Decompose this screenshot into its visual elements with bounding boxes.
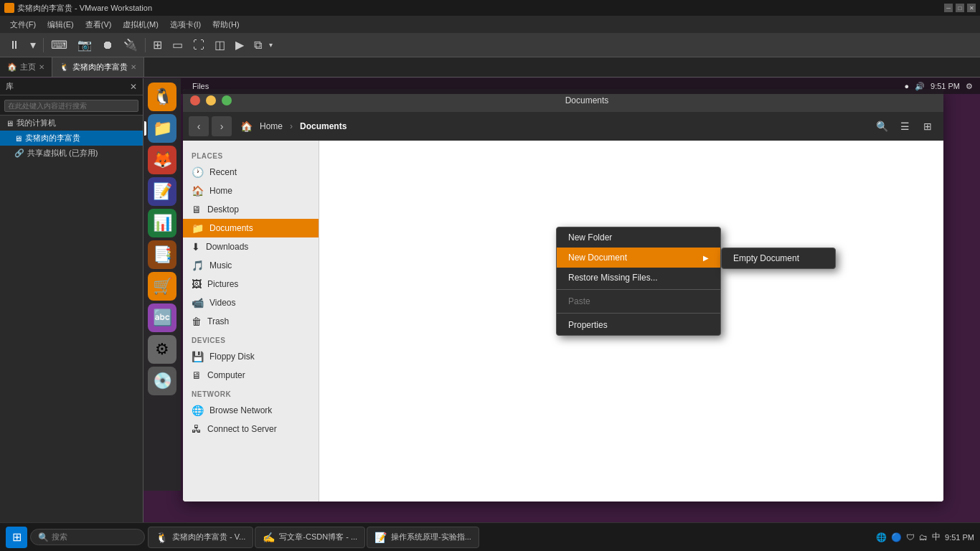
minimize-button[interactable]: ─	[944, 4, 953, 12]
close-button[interactable]: ✕	[967, 4, 976, 12]
launcher-firefox[interactable]: 🦊	[148, 146, 176, 174]
taskbar-app-csdn[interactable]: ✍ 写文章-CSDN博客 - ...	[255, 527, 365, 548]
launcher-settings[interactable]: ⚙	[148, 335, 176, 364]
sidebar-videos[interactable]: 📹 Videos	[183, 293, 319, 312]
sidebar-computer[interactable]: 🖥 Computer	[183, 366, 319, 385]
tab-home-label: 主页	[20, 62, 36, 72]
sidebar-downloads[interactable]: ⬇ Downloads	[183, 237, 319, 256]
search-button[interactable]: 🔍	[872, 116, 892, 136]
launcher-font[interactable]: 🔤	[148, 303, 176, 332]
launcher-calc[interactable]: 📊	[148, 209, 176, 237]
launcher-store[interactable]: 🛒	[148, 272, 176, 301]
menu-tabs[interactable]: 选项卡(I)	[164, 18, 207, 32]
topbar-volume-icon[interactable]: 🔊	[915, 82, 925, 91]
topbar-gear-icon[interactable]: ⚙	[966, 82, 973, 91]
fit-window-button[interactable]: ⊞	[150, 37, 165, 53]
fullscreen-button[interactable]: ⛶	[190, 37, 207, 53]
downloads-label: Downloads	[206, 242, 248, 252]
dropdown-arrow[interactable]: ▾	[27, 37, 39, 53]
grid-view-button[interactable]: ⊞	[918, 116, 938, 136]
power-button[interactable]: ⏸	[6, 37, 23, 53]
new-folder-label: New Folder	[568, 232, 612, 242]
tray-lang[interactable]: 中	[932, 531, 941, 543]
back-button[interactable]: ‹	[189, 116, 209, 136]
menu-view[interactable]: 查看(V)	[80, 18, 118, 32]
submenu-empty-document[interactable]: Empty Document	[722, 248, 835, 268]
launcher-files[interactable]: 📁	[148, 114, 176, 143]
tray-folder-icon[interactable]: 🗂	[919, 532, 928, 542]
dropdown-arrow-2[interactable]: ▾	[269, 41, 273, 49]
launcher-impress[interactable]: 📑	[148, 240, 176, 269]
launcher-ubuntu[interactable]: 🐧	[148, 83, 176, 111]
topbar-files-menu[interactable]: Files	[188, 81, 213, 91]
breadcrumb-home[interactable]: Home	[255, 120, 287, 133]
ctx-properties[interactable]: Properties	[557, 315, 720, 335]
topbar-network-icon[interactable]: ●	[904, 82, 909, 90]
taskbar-app-doc[interactable]: 📝 操作系统原理-实验指...	[367, 527, 479, 548]
launcher-disk[interactable]: 💿	[148, 367, 176, 395]
sidebar-browse-network[interactable]: 🌐 Browse Network	[183, 401, 319, 420]
tray-network-icon[interactable]: 🌐	[876, 532, 887, 542]
sidebar-connect-server[interactable]: 🖧 Connect to Server	[183, 420, 319, 438]
library-close-button[interactable]: ✕	[130, 82, 137, 92]
taskbar-search[interactable]: 🔍 搜索	[30, 529, 145, 545]
tray-time[interactable]: 9:51 PM	[945, 533, 974, 542]
vmware-menubar: 文件(F) 编辑(E) 查看(V) 虚拟机(M) 选项卡(I) 帮助(H)	[0, 16, 980, 33]
start-button[interactable]: ⊞	[6, 527, 27, 548]
videos-label: Videos	[209, 298, 235, 308]
tray-shield-icon[interactable]: 🛡	[906, 532, 915, 542]
topbar-time[interactable]: 9:51 PM	[930, 82, 960, 90]
tab-vm[interactable]: 🐧 卖猪肉的李富贵 ✕	[52, 57, 144, 77]
settings2-button[interactable]: ⧉	[251, 37, 265, 53]
launcher-writer[interactable]: 📝	[148, 177, 176, 206]
vm-main-area: Documents ‹ › 🏠 Home › Documents 🔍 ☰ ⊞ P…	[143, 78, 980, 522]
menu-file[interactable]: 文件(F)	[4, 18, 42, 32]
library-item-vm[interactable]: 🖥 卖猪肉的李富贵	[0, 131, 143, 146]
sidebar-home[interactable]: 🏠 Home	[183, 182, 319, 200]
record-button[interactable]: ⏺	[99, 37, 116, 53]
home-breadcrumb-icon: 🏠	[240, 121, 253, 132]
sidebar-desktop[interactable]: 🖥 Desktop	[183, 200, 319, 219]
forward-button[interactable]: ›	[212, 116, 232, 136]
sidebar-pictures[interactable]: 🖼 Pictures	[183, 275, 319, 293]
sidebar-floppy[interactable]: 💾 Floppy Disk	[183, 347, 319, 366]
tab-home[interactable]: 🏠 主页 ✕	[0, 57, 52, 77]
breadcrumb-current[interactable]: Documents	[296, 120, 351, 133]
desktop-label: Desktop	[207, 204, 239, 215]
files-maximize-button[interactable]	[222, 95, 232, 105]
usb-button[interactable]: 🔌	[121, 37, 141, 53]
maximize-button[interactable]: □	[956, 4, 964, 12]
menu-edit[interactable]: 编辑(E)	[42, 18, 80, 32]
fit-guest-button[interactable]: ▭	[169, 37, 186, 53]
sidebar-recent[interactable]: 🕐 Recent	[183, 163, 319, 182]
tray-blue-icon[interactable]: 🔵	[891, 532, 902, 542]
files-close-button[interactable]	[190, 95, 200, 105]
console-button[interactable]: ▶	[232, 37, 247, 53]
ctx-new-document[interactable]: New Document ▶ Empty Document	[557, 248, 720, 268]
tab-vm-close[interactable]: ✕	[131, 63, 136, 71]
paste-label: Paste	[568, 296, 590, 306]
send-keys-button[interactable]: ⌨	[48, 37, 70, 53]
places-section-title: Places	[183, 146, 319, 163]
ctx-new-folder[interactable]: New Folder	[557, 227, 720, 248]
library-item-mycomputer[interactable]: 🖥 我的计算机	[0, 116, 143, 131]
library-item-shared[interactable]: 🔗 共享虚拟机 (已弃用)	[0, 146, 143, 161]
properties-label: Properties	[568, 320, 608, 330]
taskbar-app-vmware[interactable]: 🐧 卖猪肉的李富贵 - V...	[148, 527, 253, 548]
library-search-input[interactable]	[4, 100, 138, 112]
ctx-restore-missing[interactable]: Restore Missing Files...	[557, 268, 720, 288]
menu-help[interactable]: 帮助(H)	[207, 18, 245, 32]
taskbar: ⊞ 🔍 搜索 🐧 卖猪肉的李富贵 - V... ✍ 写文章-CSDN博客 - .…	[0, 522, 980, 551]
files-content-area[interactable]: New Folder New Document ▶ Empty Document	[319, 141, 943, 501]
view-menu-button[interactable]: ☰	[895, 116, 915, 136]
sidebar-trash[interactable]: 🗑 Trash	[183, 312, 319, 331]
vm-icon: 🖥	[14, 134, 22, 143]
files-minimize-button[interactable]	[206, 95, 216, 105]
sidebar-music[interactable]: 🎵 Music	[183, 256, 319, 275]
devices-section-title: Devices	[183, 331, 319, 347]
snapshot-button[interactable]: 📷	[75, 37, 95, 53]
sidebar-documents[interactable]: 📁 Documents	[183, 219, 319, 237]
menu-vm[interactable]: 虚拟机(M)	[117, 18, 164, 32]
tab-home-close[interactable]: ✕	[39, 63, 44, 71]
unity-button[interactable]: ◫	[212, 37, 228, 53]
